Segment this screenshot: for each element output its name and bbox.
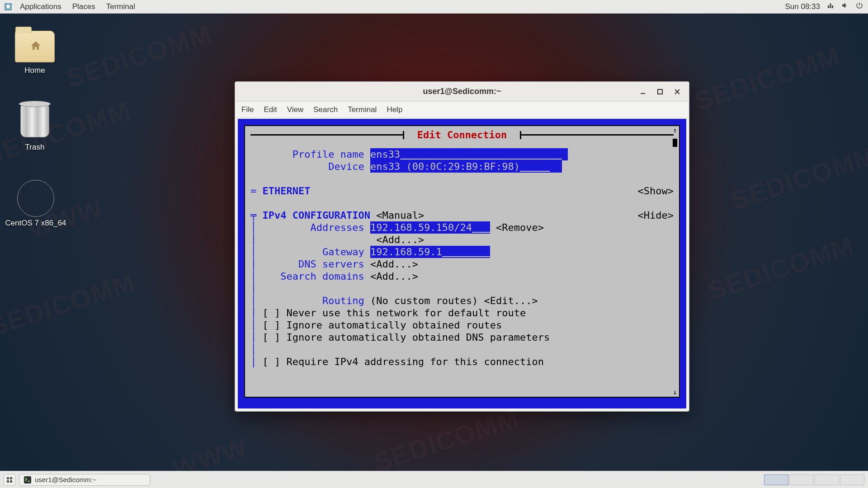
taskbar-item-terminal[interactable]: user1@Sedicomm:~	[19, 474, 150, 486]
show-desktop-icon	[6, 477, 13, 483]
nmtui-title: Edit Connection	[406, 129, 517, 141]
label-search-domains: Search domains	[280, 270, 364, 282]
label-dns-servers: DNS servers	[298, 258, 364, 270]
label-addresses: Addresses	[310, 221, 364, 234]
scroll-up-icon[interactable]: ↑	[672, 127, 678, 134]
distro-logo-icon	[5, 3, 12, 10]
field-gateway[interactable]: 192.168.59.1	[370, 246, 490, 258]
svg-rect-4	[7, 480, 9, 483]
desktop-icon-disc[interactable]: CentOS 7 x86_64	[2, 180, 70, 228]
terminal-icon	[24, 476, 31, 483]
power-icon[interactable]	[855, 1, 863, 12]
minimize-button[interactable]	[635, 84, 651, 99]
terminal-menubar: File Edit View Search Terminal Help	[235, 102, 689, 118]
workspace-2[interactable]	[789, 474, 814, 485]
workspace-switcher[interactable]	[764, 474, 864, 485]
terminal-menu[interactable]: Terminal	[101, 2, 141, 11]
window-title: user1@Sedicomm:~	[423, 87, 501, 96]
show-desktop-button[interactable]	[4, 474, 15, 486]
menu-file[interactable]: File	[241, 105, 254, 114]
menu-help[interactable]: Help	[387, 105, 402, 114]
routing-value: (No custom routes)	[370, 295, 478, 307]
cb-ignore-auto-routes[interactable]: [ ] Ignore automatically obtained routes	[263, 319, 502, 331]
svg-rect-6	[24, 476, 31, 483]
svg-rect-5	[10, 480, 12, 483]
dns-add-button[interactable]: <Add...>	[370, 258, 418, 270]
bottom-panel: user1@Sedicomm:~	[0, 471, 868, 488]
desktop-icon-label: CentOS 7 x86_64	[2, 219, 70, 228]
search-domains-add-button[interactable]: <Add...>	[370, 270, 418, 282]
ethernet-show-button[interactable]: <Show>	[638, 185, 674, 197]
menu-view[interactable]: View	[287, 105, 304, 114]
desktop-icon-home[interactable]: Home	[5, 27, 64, 75]
label-gateway: Gateway	[322, 246, 364, 258]
terminal-window: user1@Sedicomm:~ File Edit View Search T…	[235, 81, 689, 412]
field-address-0[interactable]: 192.168.59.150/24	[370, 221, 490, 234]
svg-rect-3	[10, 477, 12, 479]
cb-require-ipv4[interactable]: [ ] Require IPv4 addressing for this con…	[263, 356, 544, 368]
label-device: Device	[328, 160, 364, 173]
volume-icon[interactable]	[841, 1, 849, 12]
ipv4-hide-button[interactable]: <Hide>	[638, 209, 674, 221]
menu-terminal[interactable]: Terminal	[348, 105, 377, 114]
scroll-thumb[interactable]	[673, 139, 677, 147]
tui-scrollbar[interactable]: ↑ ↓	[672, 127, 678, 396]
cb-ignore-auto-dns[interactable]: [ ] Ignore automatically obtained DNS pa…	[263, 331, 550, 343]
window-titlebar[interactable]: user1@Sedicomm:~	[235, 82, 689, 102]
svg-rect-2	[7, 477, 9, 479]
desktop-icon-label: Home	[5, 66, 64, 75]
field-profile-name[interactable]: ens33	[370, 148, 568, 160]
field-device[interactable]: ens33 (00:0C:29:B9:BF:98)	[370, 160, 562, 173]
workspace-3[interactable]	[815, 474, 839, 485]
routing-edit-button[interactable]: <Edit...>	[484, 295, 538, 307]
clock: Sun 08:33	[785, 2, 820, 11]
network-icon[interactable]	[826, 1, 835, 12]
desktop-icon-trash[interactable]: Trash	[5, 104, 64, 152]
cb-never-default-route[interactable]: [ ] Never use this network for default r…	[263, 307, 526, 319]
menu-edit[interactable]: Edit	[264, 105, 277, 114]
nmtui-dialog: Edit Connection ↑ ↓ Profile name ens33	[244, 125, 680, 398]
taskbar-item-label: user1@Sedicomm:~	[35, 476, 97, 483]
terminal-viewport[interactable]: Edit Connection ↑ ↓ Profile name ens33	[238, 119, 686, 408]
system-tray: Sun 08:33	[785, 1, 863, 12]
applications-menu[interactable]: Applications	[14, 2, 67, 11]
address-remove-button[interactable]: <Remove>	[496, 221, 544, 234]
ethernet-marker: =	[250, 185, 256, 197]
workspace-4[interactable]	[840, 474, 864, 485]
top-panel: Applications Places Terminal Sun 08:33	[0, 0, 868, 14]
section-ipv4: IPv4 CONFIGURATION	[263, 209, 370, 221]
ipv4-marker: ╤	[250, 209, 256, 221]
workspace-1[interactable]	[764, 474, 788, 485]
section-ethernet: ETHERNET	[263, 185, 311, 197]
label-profile-name: Profile name	[292, 148, 364, 160]
close-button[interactable]	[669, 84, 685, 99]
places-menu[interactable]: Places	[67, 2, 101, 11]
address-add-button[interactable]: <Add...>	[376, 234, 424, 246]
scroll-down-icon[interactable]: ↓	[672, 389, 678, 396]
menu-search[interactable]: Search	[313, 105, 338, 114]
desktop-icon-label: Trash	[5, 143, 64, 152]
ipv4-mode-select[interactable]: <Manual>	[376, 209, 424, 221]
svg-rect-1	[658, 89, 662, 94]
label-routing: Routing	[322, 295, 364, 307]
maximize-button[interactable]	[652, 84, 668, 99]
home-icon	[29, 40, 42, 52]
